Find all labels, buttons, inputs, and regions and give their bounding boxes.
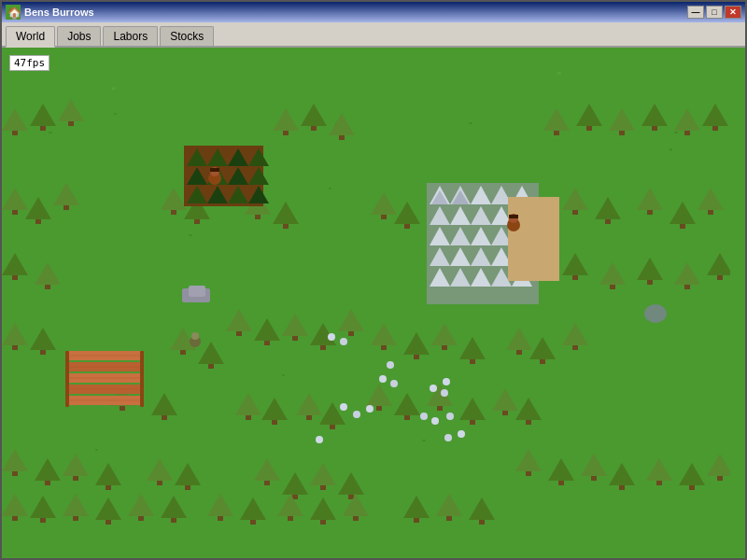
svg-point-257	[430, 385, 437, 392]
svg-rect-85	[708, 210, 713, 215]
svg-rect-35	[712, 126, 718, 131]
svg-marker-160	[403, 332, 430, 355]
svg-rect-6	[469, 122, 472, 124]
svg-marker-108	[254, 458, 280, 481]
svg-marker-66	[282, 314, 308, 336]
svg-point-265	[431, 417, 439, 425]
svg-rect-75	[208, 364, 214, 369]
svg-marker-154	[436, 494, 462, 516]
svg-marker-166	[506, 328, 532, 350]
minimize-button[interactable]: —	[687, 6, 704, 19]
svg-rect-191	[272, 420, 277, 425]
svg-rect-87	[572, 275, 578, 280]
svg-point-259	[443, 378, 450, 385]
svg-rect-67	[292, 336, 298, 341]
svg-rect-8	[674, 132, 678, 133]
svg-marker-24	[543, 108, 570, 131]
close-button[interactable]: ✕	[725, 6, 741, 19]
game-world-svg	[2, 48, 730, 542]
tab-bar: World Jobs Labors Stocks	[2, 22, 745, 48]
svg-marker-94	[707, 253, 730, 275]
svg-marker-112	[310, 463, 336, 485]
svg-marker-178	[459, 398, 486, 420]
svg-rect-238	[509, 215, 518, 218]
svg-marker-106	[175, 463, 201, 485]
svg-rect-2	[49, 132, 52, 133]
tab-labors[interactable]: Labors	[103, 26, 158, 46]
svg-marker-152	[403, 496, 430, 518]
tab-world[interactable]: World	[6, 26, 55, 48]
svg-point-268	[444, 434, 452, 441]
svg-rect-147	[288, 516, 293, 521]
svg-point-263	[366, 405, 374, 413]
svg-marker-48	[30, 328, 56, 350]
svg-marker-90	[637, 258, 663, 280]
tab-jobs[interactable]: Jobs	[57, 26, 101, 46]
svg-marker-36	[2, 188, 28, 210]
svg-rect-65	[264, 341, 270, 345]
svg-marker-32	[674, 108, 700, 131]
svg-rect-149	[320, 520, 326, 525]
svg-rect-19	[283, 131, 289, 135]
svg-marker-16	[58, 99, 84, 121]
svg-rect-103	[106, 485, 111, 490]
maximize-button[interactable]: □	[706, 6, 723, 19]
svg-marker-60	[394, 202, 420, 224]
svg-marker-116	[515, 449, 542, 471]
svg-marker-102	[95, 463, 121, 485]
tree-group-right	[562, 188, 730, 289]
svg-rect-195	[330, 425, 335, 429]
svg-rect-161	[414, 355, 419, 359]
svg-marker-172	[366, 384, 392, 406]
window-controls: — □ ✕	[687, 6, 741, 19]
svg-marker-158	[371, 323, 397, 345]
svg-marker-64	[254, 318, 280, 341]
svg-marker-182	[515, 398, 542, 420]
svg-rect-25	[554, 131, 559, 135]
svg-rect-141	[171, 518, 176, 523]
tree-group-bottom	[2, 449, 730, 525]
tab-stocks[interactable]: Stocks	[160, 26, 214, 46]
svg-marker-40	[53, 183, 79, 205]
svg-rect-51	[171, 210, 176, 215]
svg-rect-105	[157, 481, 162, 485]
svg-marker-84	[698, 188, 724, 210]
svg-marker-74	[198, 342, 224, 364]
game-viewport[interactable]: 47fps	[2, 48, 745, 558]
svg-marker-124	[646, 458, 672, 481]
svg-point-254	[340, 338, 347, 345]
svg-rect-63	[236, 331, 242, 336]
svg-rect-29	[619, 131, 625, 135]
shadow-blob	[644, 304, 667, 323]
svg-marker-144	[240, 497, 266, 520]
svg-marker-110	[282, 472, 308, 495]
svg-marker-18	[273, 108, 299, 131]
svg-rect-113	[320, 485, 326, 490]
svg-point-256	[390, 380, 398, 387]
svg-marker-70	[338, 309, 364, 331]
svg-rect-165	[470, 359, 475, 364]
app-icon: 🏠	[6, 5, 21, 20]
svg-point-260	[387, 361, 394, 369]
svg-point-269	[458, 430, 465, 438]
svg-marker-142	[207, 494, 233, 516]
svg-rect-151	[353, 516, 359, 521]
svg-rect-107	[185, 485, 190, 490]
svg-rect-61	[404, 224, 410, 229]
svg-marker-188	[235, 393, 261, 415]
svg-rect-101	[73, 476, 78, 481]
fps-counter: 47fps	[9, 55, 49, 71]
svg-marker-58	[371, 192, 397, 215]
svg-marker-128	[707, 454, 730, 476]
svg-rect-135	[73, 516, 78, 521]
svg-rect-239	[189, 286, 205, 297]
svg-rect-33	[684, 131, 690, 135]
svg-marker-88	[599, 262, 626, 285]
tree-group-left	[2, 183, 210, 355]
svg-rect-77	[572, 210, 578, 215]
svg-rect-153	[414, 518, 419, 523]
svg-marker-120	[581, 454, 607, 476]
svg-marker-46	[2, 323, 28, 345]
svg-rect-99	[45, 481, 50, 485]
titlebar: 🏠 Bens Burrows — □ ✕	[2, 2, 745, 22]
